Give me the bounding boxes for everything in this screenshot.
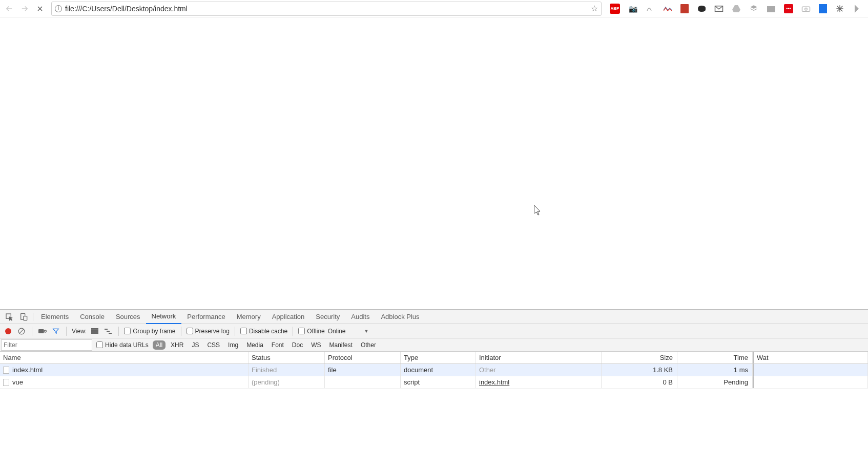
svg-rect-10 [91, 328, 98, 330]
filter-chip-manifest[interactable]: Manifest [326, 340, 356, 350]
throttling-select[interactable]: Online [328, 328, 361, 335]
browser-nav-bar: i file:///C:/Users/Dell/Desktop/index.ht… [0, 0, 868, 17]
filter-chip-doc[interactable]: Doc [289, 340, 306, 350]
devtools-panel: ElementsConsoleSourcesNetworkPerformance… [0, 309, 868, 389]
tab-sources[interactable]: Sources [110, 310, 146, 324]
camera-icon[interactable]: 📷 [628, 4, 637, 13]
network-row[interactable]: vue(pending)scriptindex.html0 BPending [0, 376, 868, 389]
site-info-icon[interactable]: i [55, 5, 62, 12]
column-waterfall[interactable]: Wat [753, 352, 868, 363]
waterfall-icon[interactable] [103, 326, 113, 336]
network-table-header: Name Status Protocol Type Initiator Size… [0, 352, 868, 364]
svg-rect-2 [802, 7, 810, 11]
filter-input[interactable] [1, 339, 92, 351]
page-content-blank [0, 17, 868, 309]
tab-separator [33, 313, 33, 321]
column-status[interactable]: Status [249, 352, 325, 363]
extension-icons: ABP 📷 ••• [606, 4, 866, 14]
toolbar-separator [293, 327, 293, 336]
filter-chip-css[interactable]: CSS [204, 340, 223, 350]
column-name[interactable]: Name [0, 352, 249, 363]
tab-application[interactable]: Application [266, 310, 311, 324]
toolbar-separator [66, 327, 67, 336]
bookmark-star-icon[interactable]: ☆ [591, 4, 598, 13]
network-filter-bar: Hide data URLs AllXHRJSCSSImgMediaFontDo… [0, 338, 868, 352]
url-text: file:///C:/Users/Dell/Desktop/index.html [65, 5, 591, 13]
devtools-tab-bar: ElementsConsoleSourcesNetworkPerformance… [0, 310, 868, 324]
forward-button[interactable] [17, 2, 32, 16]
camera-outline-icon[interactable] [801, 4, 811, 13]
svg-rect-6 [24, 316, 27, 320]
record-button[interactable] [3, 326, 13, 336]
filter-chip-ws[interactable]: WS [308, 340, 324, 350]
tab-console[interactable]: Console [74, 310, 110, 324]
mail-icon[interactable] [714, 4, 724, 13]
layers-icon[interactable] [749, 4, 758, 13]
toolbar-separator [118, 327, 119, 336]
adblock-plus-icon[interactable]: ABP [610, 4, 620, 14]
book-icon[interactable] [680, 4, 689, 13]
svg-point-9 [44, 330, 46, 332]
bookmark-icon[interactable] [819, 4, 827, 13]
file-icon [3, 367, 9, 374]
mouse-cursor-icon [534, 205, 542, 218]
graph-icon[interactable] [663, 4, 672, 13]
gesture-icon[interactable] [646, 4, 655, 13]
offline-checkbox[interactable]: Offline [298, 328, 324, 335]
network-table: Name Status Protocol Type Initiator Size… [0, 352, 868, 389]
column-protocol[interactable]: Protocol [325, 352, 401, 363]
file-icon [3, 379, 9, 386]
column-time[interactable]: Time [677, 352, 753, 363]
clear-button[interactable] [16, 326, 27, 336]
filter-chip-media[interactable]: Media [243, 340, 266, 350]
svg-point-3 [805, 8, 808, 10]
tab-elements[interactable]: Elements [35, 310, 74, 324]
blob-icon[interactable] [697, 4, 706, 13]
toolbar-separator [235, 327, 235, 336]
device-toggle-icon[interactable] [16, 311, 31, 323]
filter-chip-font[interactable]: Font [268, 340, 287, 350]
stop-loading-button[interactable] [33, 2, 47, 16]
svg-rect-12 [91, 332, 98, 334]
lastpass-icon[interactable]: ••• [784, 4, 793, 13]
back-button[interactable] [2, 2, 16, 16]
hide-data-urls-checkbox[interactable]: Hide data URLs [96, 341, 149, 349]
svg-rect-11 [91, 330, 98, 332]
group-by-frame-checkbox[interactable]: Group by frame [124, 328, 175, 335]
tab-icon[interactable] [767, 4, 776, 13]
filter-icon[interactable] [51, 326, 61, 336]
disable-cache-checkbox[interactable]: Disable cache [240, 328, 287, 335]
inspect-element-icon[interactable] [2, 311, 16, 323]
toolbar-separator [181, 327, 181, 336]
capture-screenshot-icon[interactable] [37, 326, 48, 336]
filter-chip-other[interactable]: Other [358, 340, 379, 350]
filter-chip-xhr[interactable]: XHR [168, 340, 187, 350]
large-rows-icon[interactable] [90, 326, 100, 336]
toolbar-separator [32, 327, 32, 336]
tab-adblock-plus[interactable]: Adblock Plus [375, 310, 425, 324]
tab-memory[interactable]: Memory [231, 310, 266, 324]
tab-audits[interactable]: Audits [345, 310, 375, 324]
filter-chip-img[interactable]: Img [225, 340, 241, 350]
preserve-log-checkbox[interactable]: Preserve log [187, 328, 230, 335]
svg-rect-8 [38, 329, 44, 333]
column-type[interactable]: Type [401, 352, 476, 363]
column-initiator[interactable]: Initiator [476, 352, 602, 363]
network-row[interactable]: index.htmlFinishedfiledocumentOther1.8 K… [0, 364, 868, 376]
filter-chip-all[interactable]: All [153, 340, 166, 350]
tab-network[interactable]: Network [146, 310, 182, 324]
drive-icon[interactable] [732, 4, 741, 13]
column-size[interactable]: Size [602, 352, 677, 363]
dropdown-caret-icon[interactable]: ▼ [364, 329, 368, 334]
address-bar[interactable]: i file:///C:/Users/Dell/Desktop/index.ht… [51, 2, 602, 16]
network-toolbar: View: Group by frame Preserve log Disabl… [0, 324, 868, 338]
tab-security[interactable]: Security [310, 310, 345, 324]
view-label: View: [72, 328, 87, 335]
filter-chip-js[interactable]: JS [189, 340, 202, 350]
chevron-icon[interactable] [853, 4, 862, 13]
tab-performance[interactable]: Performance [181, 310, 231, 324]
cross-icon[interactable] [835, 4, 844, 13]
